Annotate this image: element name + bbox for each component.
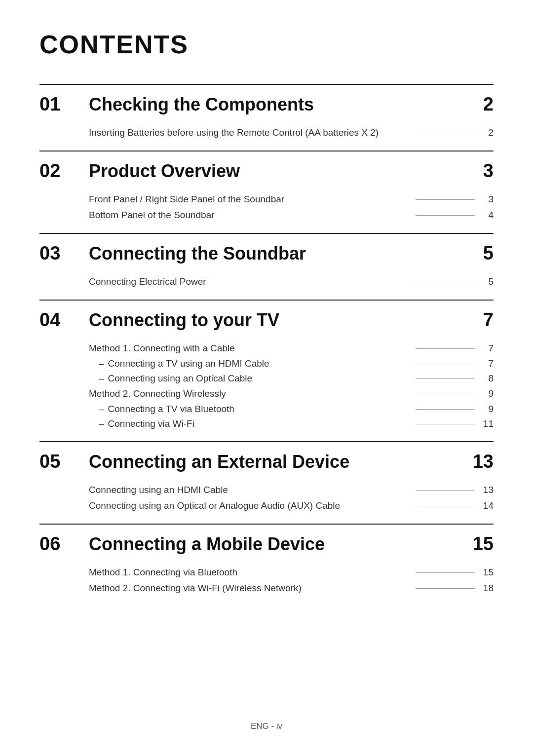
toc-sub-entry-page: 8 [482,373,494,384]
toc-entry-page: 15 [482,567,494,578]
toc-section-03: 03Connecting the Soundbar5Connecting Ele… [39,233,494,295]
toc-sub-entry-text: Connecting a TV using an HDMI Cable [108,358,409,369]
toc-sub-entry-page: 9 [482,404,494,415]
toc-entry-text: Connecting Electrical Power [89,276,409,287]
section-title-01: Checking the Components [89,94,474,115]
toc-sub-dash: – [99,373,104,384]
section-page-02: 3 [474,160,494,182]
toc-entry-page: 7 [482,343,494,354]
toc-section-06: 06Connecting a Mobile Device15Method 1. … [39,524,494,601]
toc-entry: Inserting Batteries before using the Rem… [89,125,494,141]
toc-entry: Front Panel / Right Side Panel of the So… [89,191,494,207]
section-number-02: 02 [39,160,89,182]
toc-entry-page: 9 [482,388,494,399]
toc-entry-page: 5 [482,276,494,287]
toc-entry-line [416,394,475,394]
section-title-06: Connecting a Mobile Device [89,534,473,555]
toc-entry: Bottom Panel of the Soundbar4 [89,207,494,223]
toc-entry-page: 14 [482,500,494,511]
footer: ENG - iv [0,721,533,731]
section-number-01: 01 [39,94,89,115]
toc-entry-line [416,215,475,216]
toc-entry: Connecting using an Optical or Analogue … [89,498,494,514]
toc-entry-line [416,572,475,573]
toc-sub-entry-page: 7 [482,358,494,369]
section-page-04: 7 [474,309,494,331]
toc-sub-entry-line [416,364,475,364]
toc-entry: Method 1. Connecting with a Cable7 [89,340,494,356]
toc-entry-page: 2 [482,127,494,138]
toc-section-02: 02Product Overview3Front Panel / Right S… [39,151,494,228]
toc-sub-dash: – [99,358,104,369]
section-title-04: Connecting to your TV [89,310,474,331]
section-title-03: Connecting the Soundbar [89,243,474,264]
toc-entry-page: 18 [482,583,494,594]
section-page-01: 2 [474,94,494,115]
toc-entry: Method 2. Connecting via Wi-Fi (Wireless… [89,580,494,596]
toc-entry-page: 4 [482,210,494,221]
section-title-05: Connecting an External Device [89,452,473,472]
toc-sub-dash: – [99,404,104,415]
section-page-06: 15 [473,533,494,555]
section-number-04: 04 [39,309,89,331]
toc-entry-page: 13 [482,485,494,495]
toc-sub-entry: –Connecting a TV using an HDMI Cable7 [89,356,494,371]
toc-entry-text: Method 1. Connecting with a Cable [89,343,409,354]
toc-entry-line [416,506,475,506]
page-title: CONTENTS [39,30,494,59]
section-page-05: 13 [473,451,494,472]
toc-entry-line [416,348,475,349]
section-number-05: 05 [39,451,89,472]
toc-entry-line [416,133,475,133]
toc-entry: Connecting using an HDMI Cable13 [89,482,494,498]
toc-entry-line [416,282,475,282]
toc-sub-entry-text: Connecting using an Optical Cable [108,373,409,384]
section-number-03: 03 [39,243,89,264]
toc-entry-text: Connecting using an HDMI Cable [89,485,409,495]
section-number-06: 06 [39,533,89,555]
toc-sub-entry: –Connecting a TV via Bluetooth9 [89,402,494,416]
section-title-02: Product Overview [89,161,474,182]
toc-sub-entry-line [416,409,475,410]
toc-entry-line [416,588,475,589]
toc-sub-entry-page: 11 [482,418,494,429]
toc-entry: Connecting Electrical Power5 [89,274,494,290]
toc-section-01: 01Checking the Components2Inserting Batt… [39,84,494,146]
toc-sub-entry: –Connecting using an Optical Cable8 [89,371,494,386]
toc-sub-entry-text: Connecting a TV via Bluetooth [108,404,409,415]
toc-entry-text: Inserting Batteries before using the Rem… [89,127,409,138]
toc-entry-text: Method 2. Connecting Wirelessly [89,388,409,399]
toc-entry: Method 2. Connecting Wirelessly9 [89,386,494,402]
toc-entry-text: Method 2. Connecting via Wi-Fi (Wireless… [89,583,409,594]
toc-entry-page: 3 [482,194,494,205]
toc-section-05: 05Connecting an External Device13Connect… [39,441,494,519]
toc-entry-text: Method 1. Connecting via Bluetooth [89,567,409,578]
toc-sub-entry-line [416,378,475,379]
toc-entry-text: Connecting using an Optical or Analogue … [89,500,409,511]
toc-container: 01Checking the Components2Inserting Batt… [39,84,494,601]
section-page-03: 5 [474,243,494,264]
toc-entry-text: Bottom Panel of the Soundbar [89,210,409,221]
toc-section-04: 04Connecting to your TV7Method 1. Connec… [39,300,494,436]
toc-sub-entry-text: Connecting via Wi-Fi [108,418,409,429]
toc-entry: Method 1. Connecting via Bluetooth15 [89,565,494,580]
toc-sub-entry: –Connecting via Wi-Fi11 [89,416,494,431]
toc-entry-text: Front Panel / Right Side Panel of the So… [89,194,409,205]
toc-entry-line [416,490,475,491]
toc-sub-entry-line [416,424,475,424]
toc-sub-dash: – [99,418,104,429]
toc-entry-line [416,199,475,200]
